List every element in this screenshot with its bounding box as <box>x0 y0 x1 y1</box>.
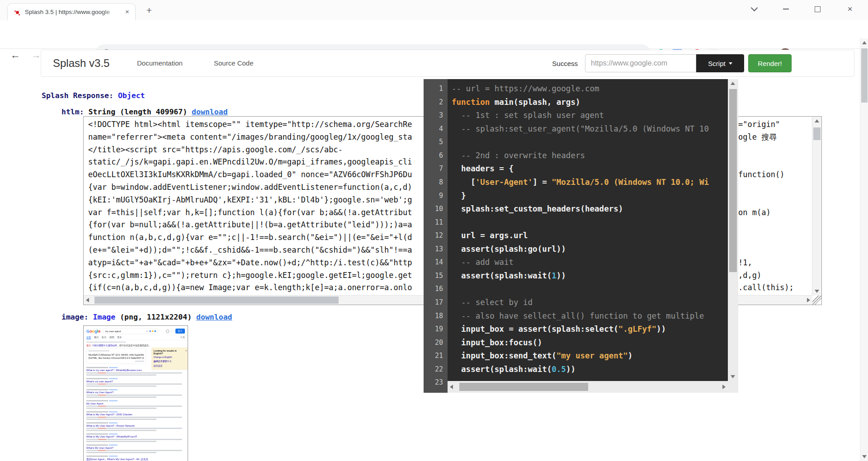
editor-line-number: 14 <box>424 256 448 269</box>
scroll-left-arrow-icon[interactable] <box>450 385 453 389</box>
serp-query-text: my user agent <box>105 330 146 333</box>
editor-code-line: assert(splash:wait(0.5)) <box>452 363 728 376</box>
editor-line-number: 2 <box>424 96 448 109</box>
page-scroll-thumb[interactable] <box>861 48 868 103</box>
render-url-input[interactable]: https://www.google.com <box>585 54 696 72</box>
window-maximize-button[interactable] <box>802 0 833 18</box>
editor-line-number: 13 <box>424 243 448 256</box>
tab-close-icon[interactable]: × <box>123 8 132 16</box>
editor-code-line: ['User-Agent'] = "Mozilla/5.0 (Windows N… <box>452 176 728 189</box>
editor-code-line: headers = { <box>452 162 728 176</box>
html-source-line-fragment: ,d,g) <box>738 269 761 282</box>
result-snippet-bar <box>86 430 156 431</box>
window-close-button[interactable]: × <box>834 0 866 18</box>
editor-code-line: -- 1st : set splash user agent <box>452 109 728 122</box>
scroll-left-arrow-icon[interactable] <box>86 298 89 302</box>
promo-link: Change to English <box>154 356 187 359</box>
status-text: Success <box>552 60 578 67</box>
scroll-down-arrow-icon[interactable] <box>862 455 867 458</box>
result-snippet-bar <box>86 386 156 387</box>
html-download-link[interactable]: download <box>192 108 227 116</box>
editor-code-line: -- add wait <box>452 256 728 269</box>
editor-line-number: 16 <box>424 282 448 296</box>
translate-link-bar <box>109 378 118 380</box>
promo-link: 繼續使用繁體中文 <box>154 360 187 363</box>
vertical-scroll-thumb[interactable] <box>813 127 821 140</box>
scroll-right-arrow-icon[interactable] <box>807 298 810 302</box>
result-title-link: What is My User Agent? - DNS Checker <box>86 413 185 416</box>
url-bar-segment <box>86 456 108 457</box>
sign-in-button: 登入 <box>175 329 185 334</box>
editor-line-number: 3 <box>424 109 448 122</box>
search-result: What's My User Agent? <box>86 445 185 453</box>
clear-icon: × <box>146 330 148 333</box>
nav-source-code-link[interactable]: Source Code <box>214 50 254 76</box>
editor-horizontal-scroll-thumb[interactable] <box>459 383 588 391</box>
scroll-up-arrow-icon[interactable] <box>862 41 867 44</box>
search-result: My User Agent <box>86 400 185 409</box>
promo-close-icon: × <box>186 350 187 355</box>
url-bar-segment <box>86 411 108 413</box>
editor-code-line <box>452 216 728 230</box>
window-minimize-button[interactable] <box>770 0 802 18</box>
promo-link: 語言設定 <box>154 364 187 367</box>
serp-language-notice: 提示: 只顯示繁體中文搜尋結果。您可以在設定中指定搜尋語言。 <box>84 343 188 347</box>
editor-vertical-scrollbar[interactable] <box>728 79 738 381</box>
search-result: What is My User Agent? - DNS Checker <box>86 411 185 420</box>
rendered-page-thumbnail[interactable]: Google my user agent × 登入 全部圖片影片新聞更多工具 提… <box>83 325 188 461</box>
translate-link-bar <box>109 456 118 457</box>
editor-vertical-scroll-thumb[interactable] <box>729 89 737 272</box>
page-vertical-scrollbar[interactable] <box>860 38 868 461</box>
result-snippet-bar <box>86 441 156 442</box>
textarea-resize-grip[interactable] <box>812 296 821 305</box>
google-serp-preview: Google my user agent × 登入 全部圖片影片新聞更多工具 提… <box>84 326 188 461</box>
serp-search-box: my user agent × <box>103 328 158 334</box>
scroll-down-arrow-icon[interactable] <box>731 375 735 378</box>
back-button[interactable]: ← <box>7 47 24 63</box>
nav-documentation-link[interactable]: Documentation <box>137 50 183 76</box>
html-source-line-fragment: ="origin" <box>738 118 780 131</box>
response-object-link[interactable]: Object <box>118 91 145 100</box>
new-tab-button[interactable]: + <box>143 5 156 17</box>
lua-script-editor[interactable]: 1234567891011121314151617181920212223 --… <box>424 79 738 393</box>
browser-tab[interactable]: Splash 3.5 | https://www.google × <box>7 3 136 21</box>
editor-line-number: 11 <box>424 216 448 230</box>
scroll-down-arrow-icon[interactable] <box>815 290 819 293</box>
editor-code-line: -- select by id <box>452 296 728 310</box>
render-button[interactable]: Render! <box>748 54 792 72</box>
promo-title: Looking for results in English? <box>154 350 186 355</box>
editor-line-number: 15 <box>424 269 448 283</box>
serp-tabs: 全部圖片影片新聞更多工具 <box>84 335 188 340</box>
translate-link-bar <box>109 433 118 435</box>
editor-line-number: 6 <box>424 149 448 163</box>
search-result: 查詢User Agent，What's My User Agent? - Mr.… <box>86 456 185 461</box>
search-result: What's my user agent? <box>86 378 185 387</box>
editor-code-area[interactable]: -- url = https://www.google.comfunction … <box>448 79 728 381</box>
scroll-up-arrow-icon[interactable] <box>731 82 735 85</box>
result-snippet-bar <box>86 375 156 376</box>
tab-search-chevron-icon[interactable] <box>738 0 770 18</box>
result-snippet-bar <box>86 452 156 453</box>
horizontal-scroll-thumb[interactable] <box>94 296 339 304</box>
scroll-up-arrow-icon[interactable] <box>815 119 819 122</box>
url-bar-segment <box>86 445 108 446</box>
scroll-right-arrow-icon[interactable] <box>722 385 726 389</box>
editor-line-number: 21 <box>424 349 448 363</box>
image-download-link[interactable]: download <box>196 313 232 321</box>
editor-code-line: input_box:send_text("my user agent") <box>452 349 728 363</box>
serp-tools: 工具 <box>180 336 185 339</box>
editor-horizontal-scrollbar[interactable] <box>448 381 728 393</box>
user-agent-answer-box: Mozilla/5.0 (Windows NT 10.0; Win64; x64… <box>86 348 146 364</box>
tab-title: Splash 3.5 | https://www.google <box>25 4 120 20</box>
script-dropdown-button[interactable]: Script <box>696 54 744 72</box>
editor-line-number: 18 <box>424 310 448 323</box>
textarea-vertical-scrollbar[interactable] <box>812 117 821 296</box>
lens-icon <box>152 330 154 332</box>
result-snippet-bar <box>86 397 156 398</box>
image-type-link[interactable]: Image <box>93 313 116 321</box>
browser-toolbar: ← → i localhost:8050/info?wait=0.5&image… <box>0 20 868 49</box>
result-url-bar <box>86 423 185 424</box>
serp-tab: 新聞 <box>109 336 114 339</box>
search-result: What's my User Agent? <box>86 389 185 398</box>
translate-link-bar <box>109 445 118 446</box>
